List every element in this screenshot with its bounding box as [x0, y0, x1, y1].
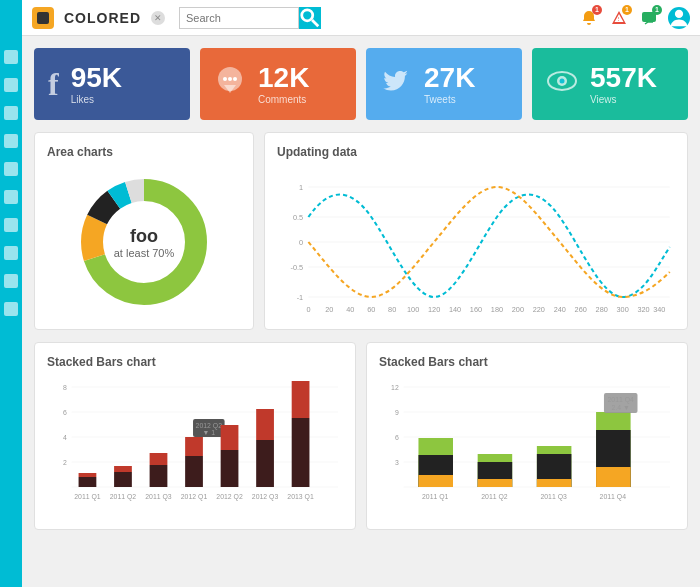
- bar-chart2-svg: 12 9 6 3 2011 Q1 2011: [379, 377, 675, 517]
- bar3-red: [150, 453, 168, 465]
- bar1-dark: [79, 477, 97, 487]
- svg-text:2011 Q4: 2011 Q4: [600, 493, 627, 501]
- svg-text:280: 280: [596, 306, 608, 314]
- svg-text:2: 2: [63, 459, 67, 466]
- bar2-red: [114, 466, 132, 472]
- sidebar-icon-1[interactable]: [4, 50, 18, 64]
- bar2-dark: [114, 472, 132, 487]
- svg-text:12: 12: [391, 384, 399, 391]
- sidebar-icon-3[interactable]: [4, 106, 18, 120]
- twitter-icon: [380, 65, 412, 104]
- donut-chart-card: Area charts: [34, 132, 254, 330]
- topbar-right: 1 1 1: [578, 7, 690, 29]
- svg-text:2011 Q1: 2011 Q1: [422, 493, 449, 501]
- stat-card-comments[interactable]: 12K Comments: [200, 48, 356, 120]
- svg-text:2.4 ▼: 2.4 ▼: [612, 404, 630, 411]
- line-chart-container: 1 0.5 0 -0.5 -1 0 20 40 60 80 100 120 14…: [277, 167, 675, 317]
- comments-icon: [214, 65, 246, 104]
- views-info: 557K Views: [590, 64, 657, 105]
- bar1-red: [79, 473, 97, 477]
- svg-text:2011 Q3: 2011 Q3: [145, 493, 172, 501]
- svg-text:60: 60: [367, 306, 375, 314]
- svg-text:9: 9: [395, 409, 399, 416]
- sidebar-icon-8[interactable]: [4, 246, 18, 260]
- donut-wrapper: foo at least 70%: [74, 172, 214, 312]
- donut-center: foo at least 70%: [114, 226, 175, 259]
- bar-chart2-title: Stacked Bars chart: [379, 355, 675, 369]
- bar5-red: [221, 425, 239, 450]
- views-label: Views: [590, 94, 657, 105]
- sidebar-icon-6[interactable]: [4, 190, 18, 204]
- svg-text:0: 0: [306, 306, 310, 314]
- svg-text:2012 Q2: 2012 Q2: [216, 493, 243, 501]
- bar6-dark: [256, 440, 274, 487]
- line-chart-title: Updating data: [277, 145, 675, 159]
- svg-text:80: 80: [388, 306, 396, 314]
- svg-point-3: [675, 9, 683, 17]
- sidebar-icon-10[interactable]: [4, 302, 18, 316]
- content: f 95K Likes 12K Comments: [22, 36, 700, 587]
- bar3-dark: [150, 465, 168, 487]
- donut-center-label: foo: [114, 226, 175, 247]
- donut-chart-title: Area charts: [47, 145, 241, 159]
- svg-text:2011 Q2: 2011 Q2: [481, 493, 508, 501]
- svg-text:2013 Q1: 2013 Q1: [287, 493, 314, 501]
- search-bar: [179, 7, 321, 29]
- q1-yellow: [418, 475, 453, 487]
- line-chart-card: Updating data 1 0.5 0 -0.5 -: [264, 132, 688, 330]
- twitter-label: Tweets: [424, 94, 475, 105]
- facebook-label: Likes: [71, 94, 122, 105]
- sidebar-icon-4[interactable]: [4, 134, 18, 148]
- bar-chart1-title: Stacked Bars chart: [47, 355, 343, 369]
- svg-text:300: 300: [617, 306, 629, 314]
- alerts-badge: 1: [622, 5, 632, 15]
- bar-chart2-card: Stacked Bars chart 12 9 6 3: [366, 342, 688, 530]
- svg-point-0: [302, 9, 313, 20]
- main-wrapper: COLORED ✕ 1 1: [22, 0, 700, 587]
- sidebar: [0, 0, 22, 587]
- stat-card-twitter[interactable]: 27K Tweets: [366, 48, 522, 120]
- svg-text:2012 Q3: 2012 Q3: [252, 493, 279, 501]
- svg-text:2011 Q4: 2011 Q4: [608, 396, 635, 404]
- notifications-icon[interactable]: 1: [578, 7, 600, 29]
- svg-text:2011 Q1: 2011 Q1: [74, 493, 101, 501]
- topbar: COLORED ✕ 1 1: [22, 0, 700, 36]
- q3-yellow: [537, 479, 572, 487]
- svg-text:20: 20: [325, 306, 333, 314]
- svg-text:240: 240: [554, 306, 566, 314]
- stat-card-views[interactable]: 557K Views: [532, 48, 688, 120]
- svg-text:320: 320: [637, 306, 649, 314]
- svg-line-1: [312, 20, 318, 26]
- svg-text:40: 40: [346, 306, 354, 314]
- bar4-dark: [185, 456, 203, 487]
- svg-text:0: 0: [299, 239, 303, 247]
- stat-cards-row: f 95K Likes 12K Comments: [34, 48, 688, 120]
- app-logo-inner: [37, 12, 49, 24]
- svg-text:6: 6: [63, 409, 67, 416]
- bar-chart1-container: 8 6 4 2 2011 Q1 2011 Q2: [47, 377, 343, 517]
- messages-icon[interactable]: 1: [638, 7, 660, 29]
- svg-text:260: 260: [575, 306, 587, 314]
- bar-chart2-container: 12 9 6 3 2011 Q1 2011: [379, 377, 675, 517]
- close-button[interactable]: ✕: [151, 11, 165, 25]
- bar5-dark: [221, 450, 239, 487]
- alerts-icon[interactable]: 1: [608, 7, 630, 29]
- sidebar-icon-7[interactable]: [4, 218, 18, 232]
- svg-text:6: 6: [395, 434, 399, 441]
- stat-card-facebook[interactable]: f 95K Likes: [34, 48, 190, 120]
- svg-point-5: [223, 77, 227, 81]
- messages-badge: 1: [652, 5, 662, 15]
- search-button[interactable]: [299, 7, 321, 29]
- user-icon: [668, 7, 690, 29]
- svg-text:160: 160: [470, 306, 482, 314]
- sidebar-icon-9[interactable]: [4, 274, 18, 288]
- svg-text:1: 1: [299, 184, 303, 192]
- facebook-icon: f: [48, 66, 59, 103]
- search-input[interactable]: [179, 7, 299, 29]
- svg-text:3: 3: [395, 459, 399, 466]
- svg-point-10: [560, 78, 565, 83]
- sidebar-icon-5[interactable]: [4, 162, 18, 176]
- svg-text:2012 Q1: 2012 Q1: [181, 493, 208, 501]
- sidebar-icon-2[interactable]: [4, 78, 18, 92]
- user-avatar[interactable]: [668, 7, 690, 29]
